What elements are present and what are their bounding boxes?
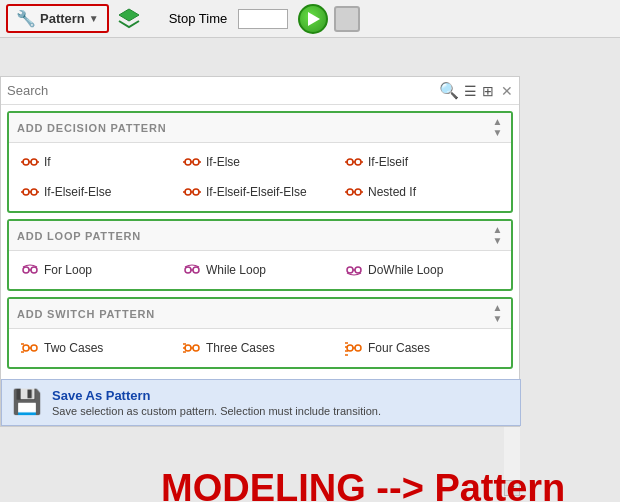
list-item[interactable]: Nested If — [341, 179, 503, 205]
three-cases-label: Three Cases — [206, 341, 275, 355]
svg-point-16 — [31, 189, 37, 195]
svg-point-50 — [347, 345, 353, 351]
loop-section-header: ADD LOOP PATTERN ▲ ▼ — [9, 221, 511, 251]
decision-pattern-section: ADD DECISION PATTERN ▲ ▼ If — [7, 111, 513, 213]
decision-header-text: ADD DECISION PATTERN — [17, 122, 166, 134]
if-icon — [21, 153, 39, 171]
search-input[interactable] — [7, 83, 435, 98]
save-as-pattern-row[interactable]: 💾 Save As Pattern Save selection as cust… — [1, 379, 521, 426]
svg-point-21 — [193, 189, 199, 195]
stop-button[interactable] — [334, 6, 360, 32]
scroll-up-icon[interactable]: ▲ — [493, 225, 503, 235]
switch-scroll-arrows: ▲ ▼ — [493, 303, 503, 324]
svg-point-6 — [193, 159, 199, 165]
if-elseif-else-label: If-Elseif-Else — [44, 185, 111, 199]
list-item[interactable]: Four Cases — [341, 335, 503, 361]
scroll-down-icon[interactable]: ▼ — [493, 236, 503, 246]
svg-point-1 — [31, 159, 37, 165]
save-pattern-title: Save As Pattern — [52, 388, 381, 403]
for-loop-icon — [21, 261, 39, 279]
if-else-label: If-Else — [206, 155, 240, 169]
pattern-dropdown: 🔍 ☰ ⊞ ✕ ADD DECISION PATTERN ▲ ▼ — [0, 76, 520, 427]
three-cases-icon — [183, 339, 201, 357]
list-item[interactable]: Three Cases — [179, 335, 341, 361]
if-else-icon — [183, 153, 201, 171]
nested-if-label: Nested If — [368, 185, 416, 199]
svg-point-33 — [185, 267, 191, 273]
chevron-down-icon: ▼ — [89, 13, 99, 24]
save-text-block: Save As Pattern Save selection as custom… — [52, 388, 381, 417]
stop-time-label: Stop Time — [169, 11, 228, 26]
svg-point-37 — [355, 267, 361, 273]
modeling-text: MODELING --> Pattern — [161, 467, 565, 502]
svg-point-45 — [193, 345, 199, 351]
nested-if-icon — [345, 183, 363, 201]
dowhile-loop-icon — [345, 261, 363, 279]
two-cases-label: Two Cases — [44, 341, 103, 355]
loop-pattern-grid: For Loop While Loop — [9, 251, 511, 289]
four-cases-icon — [345, 339, 363, 357]
stop-time-area: Stop Time 10.0 — [169, 9, 288, 29]
if-elseif-elseif-else-icon — [183, 183, 201, 201]
dowhile-loop-label: DoWhile Loop — [368, 263, 443, 277]
for-loop-label: For Loop — [44, 263, 92, 277]
switch-pattern-grid: Two Cases Three Cases — [9, 329, 511, 367]
stop-time-input[interactable]: 10.0 — [238, 9, 288, 29]
grid-view-icon[interactable]: ⊞ — [481, 82, 495, 100]
scroll-down-icon[interactable]: ▼ — [493, 128, 503, 138]
play-icon — [308, 12, 320, 26]
svg-point-34 — [193, 267, 199, 273]
decision-pattern-grid: If If-Else — [9, 143, 511, 211]
scroll-up-icon[interactable]: ▲ — [493, 303, 503, 313]
wrench-icon: 🔧 — [16, 9, 36, 28]
four-cases-label: Four Cases — [368, 341, 430, 355]
pattern-button[interactable]: 🔧 Pattern ▼ — [6, 4, 109, 33]
svg-point-26 — [355, 189, 361, 195]
if-elseif-icon — [345, 153, 363, 171]
svg-point-40 — [31, 345, 37, 351]
loop-scroll-arrows: ▲ ▼ — [493, 225, 503, 246]
if-label: If — [44, 155, 51, 169]
svg-point-11 — [355, 159, 361, 165]
scroll-up-icon[interactable]: ▲ — [493, 117, 503, 127]
view-icons: ☰ ⊞ — [463, 82, 495, 100]
list-item[interactable]: DoWhile Loop — [341, 257, 503, 283]
two-cases-icon — [21, 339, 39, 357]
list-item[interactable]: Two Cases — [17, 335, 179, 361]
scroll-down-icon[interactable]: ▼ — [493, 314, 503, 324]
if-elseif-label: If-Elseif — [368, 155, 408, 169]
if-elseif-elseif-else-label: If-Elseif-Elseif-Else — [206, 185, 307, 199]
list-item[interactable]: For Loop — [17, 257, 179, 283]
play-button[interactable] — [298, 4, 328, 34]
svg-point-30 — [23, 267, 29, 273]
search-bar: 🔍 ☰ ⊞ ✕ — [1, 77, 519, 105]
switch-pattern-section: ADD SWITCH PATTERN ▲ ▼ Two Cases — [7, 297, 513, 369]
save-icon: 💾 — [12, 388, 42, 416]
loop-header-text: ADD LOOP PATTERN — [17, 230, 141, 242]
if-elseif-else-icon — [21, 183, 39, 201]
loop-pattern-section: ADD LOOP PATTERN ▲ ▼ For Loop — [7, 219, 513, 291]
list-item[interactable]: If — [17, 149, 179, 175]
svg-point-31 — [31, 267, 37, 273]
list-view-icon[interactable]: ☰ — [463, 82, 478, 100]
list-item[interactable]: While Loop — [179, 257, 341, 283]
svg-point-39 — [23, 345, 29, 351]
save-pattern-desc: Save selection as custom pattern. Select… — [52, 405, 381, 417]
list-item[interactable]: If-Elseif — [341, 149, 503, 175]
switch-section-header: ADD SWITCH PATTERN ▲ ▼ — [9, 299, 511, 329]
close-icon[interactable]: ✕ — [501, 83, 513, 99]
list-item[interactable]: If-Else — [179, 149, 341, 175]
layers-icon[interactable] — [115, 5, 143, 33]
svg-point-51 — [355, 345, 361, 351]
switch-header-text: ADD SWITCH PATTERN — [17, 308, 155, 320]
while-loop-label: While Loop — [206, 263, 266, 277]
search-icon[interactable]: 🔍 — [439, 81, 459, 100]
decision-scroll-arrows: ▲ ▼ — [493, 117, 503, 138]
decision-section-header: ADD DECISION PATTERN ▲ ▼ — [9, 113, 511, 143]
list-item[interactable]: If-Elseif-Elseif-Else — [179, 179, 341, 205]
svg-point-36 — [347, 267, 353, 273]
list-item[interactable]: If-Elseif-Else — [17, 179, 179, 205]
toolbar: 🔧 Pattern ▼ Stop Time 10.0 — [0, 0, 620, 38]
while-loop-icon — [183, 261, 201, 279]
pattern-label: Pattern — [40, 11, 85, 26]
